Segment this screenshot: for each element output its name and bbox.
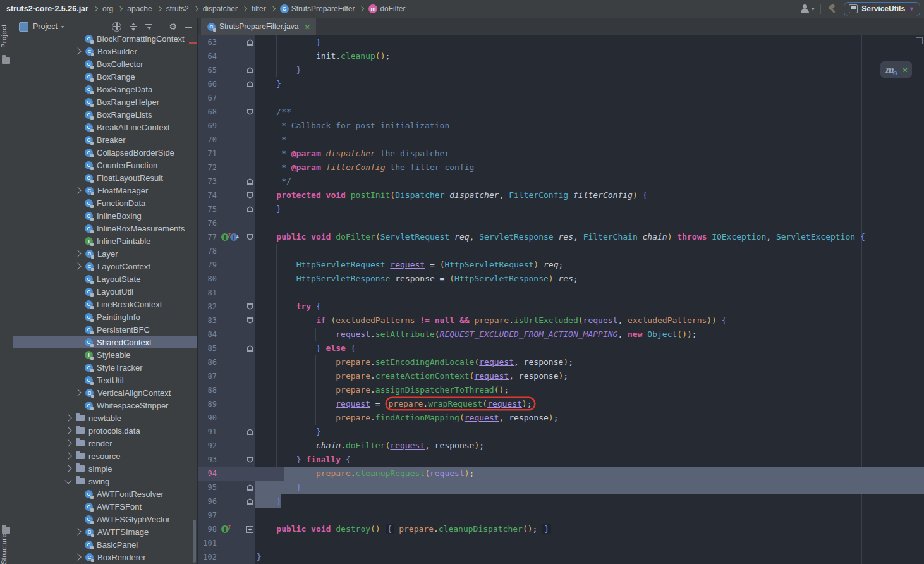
code-line[interactable]: 84 request.setAttribute(REQUEST_EXCLUDED… <box>197 328 924 341</box>
breadcrumb-jar[interactable]: struts2-core-2.5.26.jar <box>6 4 88 13</box>
breadcrumb-method[interactable]: mdoFilter <box>368 4 405 13</box>
fold-marker-icon[interactable] <box>247 457 253 463</box>
tree-item[interactable]: CBoxRenderer <box>13 551 197 563</box>
code-line[interactable]: 96 } <box>197 494 924 508</box>
code-line[interactable]: 89 request = prepare.wrapRequest(request… <box>197 397 924 411</box>
breadcrumb-class[interactable]: CStrutsPrepareFilter <box>280 4 355 13</box>
tree-item[interactable]: newtable <box>13 412 197 424</box>
tree-item[interactable]: CLineBreakContext <box>13 298 197 310</box>
tree-item[interactable]: CFloatManager <box>13 184 197 197</box>
tree-item[interactable]: CPaintingInfo <box>13 310 197 323</box>
code-line[interactable]: 66 } <box>197 77 924 91</box>
tree-item[interactable]: simple <box>13 462 197 475</box>
code-line[interactable]: 74 protected void postInit(Dispatcher di… <box>197 188 924 202</box>
code-line[interactable]: 77↑↓ public void doFilter(ServletRequest… <box>197 230 924 244</box>
code-line[interactable]: 90 prepare.findActionMapping(request, re… <box>197 411 924 425</box>
code-line[interactable]: 63 } <box>197 35 924 49</box>
chevron-right-icon[interactable] <box>74 187 81 193</box>
chevron-right-icon[interactable] <box>64 414 71 421</box>
code-line[interactable]: 65 } <box>197 63 924 77</box>
tree-item[interactable]: CBoxCollector <box>13 58 197 70</box>
tree-item[interactable]: CBoxRangeLists <box>13 108 197 121</box>
fold-marker-icon[interactable] <box>247 345 253 352</box>
tree-item[interactable]: CWhitespaceStripper <box>13 399 197 412</box>
tree-item[interactable]: CBlockFormattingContext <box>13 32 197 45</box>
tree-item[interactable]: CBoxRange <box>13 70 197 83</box>
project-panel-title[interactable]: Project <box>33 22 58 31</box>
method-hint-widget[interactable]: mG × <box>880 61 912 78</box>
tree-item[interactable]: CAWTFontResolver <box>13 487 197 500</box>
chevron-right-icon[interactable] <box>74 528 81 535</box>
fold-marker-icon[interactable] <box>247 317 253 324</box>
fold-marker-icon[interactable] <box>247 206 253 212</box>
tree-item[interactable]: resource <box>13 450 197 462</box>
hide-panel-icon[interactable] <box>185 27 192 28</box>
code-line[interactable]: 78 <box>197 244 924 258</box>
tree-item[interactable]: IStyleable <box>13 348 197 361</box>
tree-item[interactable]: CBreakAtLineContext <box>13 121 197 133</box>
locate-file-icon[interactable] <box>112 22 121 32</box>
chevron-right-icon[interactable] <box>64 452 71 459</box>
tree-item[interactable]: CLayoutUtil <box>13 285 197 298</box>
tree-item[interactable]: CCollapsedBorderSide <box>13 146 197 159</box>
tree-item[interactable]: CPersistentBFC <box>13 323 197 336</box>
code-line[interactable]: 92 chain.doFilter(request, response); <box>197 439 924 453</box>
tree-item[interactable]: CStyleTracker <box>13 361 197 374</box>
expand-all-icon[interactable] <box>129 23 137 31</box>
code-line[interactable]: 101 <box>197 536 924 550</box>
fold-marker-icon[interactable] <box>247 192 253 199</box>
chevron-down-icon[interactable] <box>64 477 71 484</box>
chevron-right-icon[interactable] <box>74 47 81 54</box>
tree-item[interactable]: CBoxRangeData <box>13 83 197 95</box>
bookmark-icon[interactable] <box>916 37 923 44</box>
tree-item[interactable]: CBreaker <box>13 133 197 146</box>
overrides-method-icon[interactable]: ↑ <box>221 233 229 241</box>
chevron-right-icon[interactable] <box>74 250 81 257</box>
code-line[interactable]: 87 prepare.createActionContext(request, … <box>197 369 924 383</box>
tree-item[interactable]: CInlineBoxing <box>13 209 197 222</box>
tree-item[interactable]: IInlinePaintable <box>13 235 197 247</box>
code-line[interactable]: 94 prepare.cleanupRequest(request); <box>197 467 924 481</box>
overridden-method-icon[interactable]: ↓ <box>230 233 238 241</box>
fold-marker-icon[interactable] <box>247 109 253 115</box>
tree-item[interactable]: CSharedContext <box>13 336 197 348</box>
close-icon[interactable]: × <box>305 22 310 32</box>
code-line[interactable]: 85 } else { <box>197 341 924 355</box>
code-line[interactable]: 88 prepare.assignDispatcherToThread(); <box>197 383 924 397</box>
code-line[interactable]: 69 * Callback for post initialization <box>197 119 924 133</box>
code-line[interactable]: 91 } <box>197 425 924 439</box>
code-line[interactable]: 79 HttpServletRequest request = (HttpSer… <box>197 258 924 272</box>
fold-marker-icon[interactable] <box>247 81 253 87</box>
tree-item[interactable]: CAWTFSGlyphVector <box>13 513 197 525</box>
code-line[interactable]: 67 <box>197 91 924 105</box>
chevron-right-icon[interactable] <box>64 439 71 446</box>
project-scrollbar-thumb[interactable] <box>193 520 196 563</box>
code-line[interactable]: 82 try { <box>197 300 924 314</box>
user-menu-button[interactable]: ▾ <box>800 4 814 13</box>
tree-item[interactable]: CLayer <box>13 247 197 260</box>
code-line[interactable]: 71 * @param dispatcher the dispatcher <box>197 147 924 161</box>
breadcrumb-item[interactable]: apache <box>127 4 152 13</box>
tree-item[interactable]: CCounterFunction <box>13 159 197 171</box>
code-line[interactable]: 64 init.cleanup(); <box>197 49 924 63</box>
code-line[interactable]: 86 prepare.setEncodingAndLocale(request,… <box>197 355 924 369</box>
fold-marker-icon[interactable] <box>247 67 253 73</box>
fold-marker-icon[interactable] <box>247 498 253 505</box>
code-line[interactable]: 68 /** <box>197 105 924 119</box>
structure-stripe-tab[interactable]: Structure <box>0 531 13 564</box>
code-line[interactable]: 75 } <box>197 202 924 216</box>
fold-marker-icon[interactable] <box>247 178 253 185</box>
breadcrumb-item[interactable]: filter <box>252 4 266 13</box>
tree-item[interactable]: CVerticalAlignContext <box>13 386 197 399</box>
tree-item[interactable]: CTextUtil <box>13 374 197 386</box>
chevron-right-icon[interactable] <box>64 427 71 434</box>
chevron-right-icon[interactable] <box>64 465 71 472</box>
code-line[interactable]: 95 } <box>197 481 924 494</box>
tree-item[interactable]: CBoxRangeHelper <box>13 95 197 108</box>
project-stripe-tab[interactable]: Project <box>0 20 13 52</box>
tree-item[interactable]: CFunctionData <box>13 197 197 209</box>
close-icon[interactable]: × <box>903 65 908 75</box>
editor-tab[interactable]: C StrutsPrepareFilter.java × <box>201 18 316 35</box>
fold-marker-icon[interactable] <box>247 39 253 46</box>
tree-item[interactable]: CAWTFSImage <box>13 525 197 538</box>
